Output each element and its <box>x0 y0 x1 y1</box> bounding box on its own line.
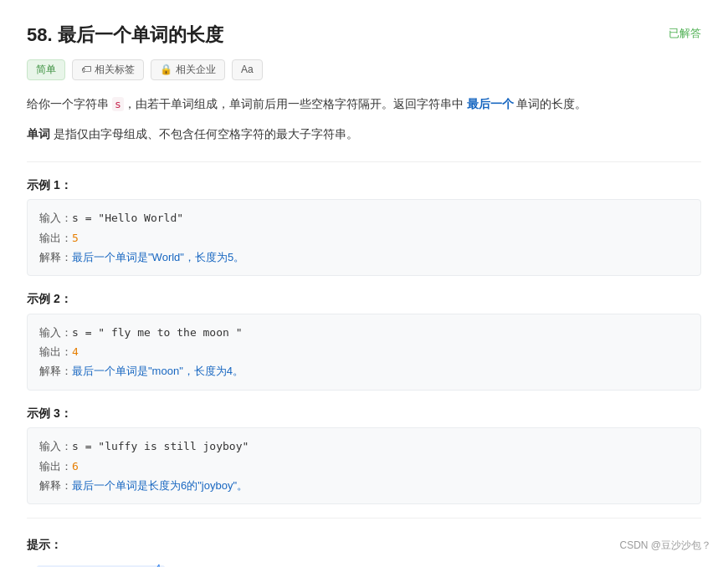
example-3-output: 输出：6 <box>39 457 689 476</box>
hint-item-1: • 1 <= s.length <= 104 <box>27 561 701 567</box>
solved-badge: 已解答 <box>669 25 701 43</box>
example-2-explain: 解释：最后一个单词是"moon"，长度为4。 <box>39 361 689 381</box>
divider-1 <box>27 161 701 162</box>
example-2: 示例 2： 输入：s = " fly me to the moon " 输出：4… <box>27 289 701 391</box>
example-2-input: 输入：s = " fly me to the moon " <box>39 323 689 342</box>
tags-row: 简单 🏷 相关标签 🔒 相关企业 Aa <box>27 59 701 80</box>
example-3-title: 示例 3： <box>27 404 701 422</box>
example-1-box: 输入：s = "Hello World" 输出：5 解释：最后一个单词是"Wor… <box>27 199 701 276</box>
hints-section: 提示： • 1 <= s.length <= 104 • s 仅有英文字母和空格… <box>27 535 701 567</box>
hint-content-1: 1 <= s.length <= 104 <box>37 561 165 567</box>
watermark: CSDN @豆沙沙包？ <box>619 538 711 554</box>
example-3-box: 输入：s = "luffy is still joyboy" 输出：6 解释：最… <box>27 427 701 504</box>
example-3: 示例 3： 输入：s = "luffy is still joyboy" 输出：… <box>27 404 701 505</box>
example-1-input: 输入：s = "Hello World" <box>39 208 689 227</box>
example-1-output: 输出：5 <box>39 228 689 248</box>
hints-title: 提示： <box>27 535 701 554</box>
tag-az[interactable]: Aa <box>232 59 263 80</box>
s-var-inline: s <box>112 97 124 111</box>
tag-simple[interactable]: 简单 <box>27 59 65 80</box>
header-row: 58. 最后一个单词的长度 已解答 <box>27 20 701 49</box>
example-2-output: 输出：4 <box>39 342 689 361</box>
example-1-title: 示例 1： <box>27 176 701 194</box>
substring-link[interactable]: 子字符串 <box>300 127 346 140</box>
example-1-explain: 解释：最后一个单词是"World"，长度为5。 <box>39 248 689 267</box>
tag-related-companies[interactable]: 🔒 相关企业 <box>151 59 225 80</box>
divider-2 <box>27 518 701 518</box>
note-text: 单词 是指仅由字母组成、不包含任何空格字符的最大子字符串。 <box>27 124 701 145</box>
example-3-input: 输入：s = "luffy is still joyboy" <box>39 437 689 456</box>
example-2-title: 示例 2： <box>27 289 701 308</box>
tag-related-tags[interactable]: 🏷 相关标签 <box>72 59 144 80</box>
lock-icon: 🔒 <box>160 62 172 78</box>
problem-title-text: 最后一个单词的长度 <box>58 24 223 45</box>
example-3-explain: 解释：最后一个单词是长度为6的"joyboy"。 <box>39 476 689 495</box>
problem-title: 58. 最后一个单词的长度 <box>27 20 223 49</box>
problem-number: 58. <box>27 24 53 45</box>
tag-icon: 🏷 <box>81 62 91 78</box>
example-1: 示例 1： 输入：s = "Hello World" 输出：5 解释：最后一个单… <box>27 176 701 277</box>
example-2-box: 输入：s = " fly me to the moon " 输出：4 解释：最后… <box>27 314 701 391</box>
description: 给你一个字符串 s，由若干单词组成，单词前后用一些空格字符隔开。返回字符串中 最… <box>27 94 701 115</box>
last-word-emphasis: 最后一个 <box>467 97 514 110</box>
